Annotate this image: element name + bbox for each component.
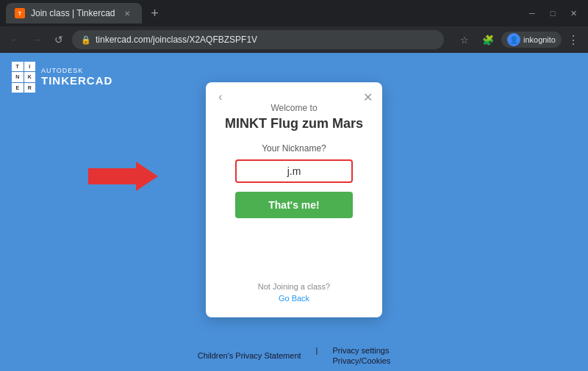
logo-cell-t: T xyxy=(12,62,24,71)
new-tab-button[interactable]: + xyxy=(145,3,165,24)
nickname-label: Your Nickname? xyxy=(262,143,326,154)
active-tab[interactable]: T Join class | Tinkercad ✕ xyxy=(6,3,142,24)
back-button[interactable]: ← xyxy=(6,31,24,48)
logo-text: AUTODESK TINKERCAD xyxy=(41,67,112,88)
bookmark-button[interactable]: ☆ xyxy=(454,29,475,50)
profile-button[interactable]: 👤 inkognito xyxy=(501,32,562,48)
arrow-body xyxy=(88,168,136,184)
close-window-button[interactable]: ✕ xyxy=(564,4,582,22)
logo-cell-n: N xyxy=(12,72,24,82)
class-name: MINKT Flug zum Mars xyxy=(225,116,363,132)
forward-button[interactable]: → xyxy=(28,31,46,48)
refresh-button[interactable]: ↺ xyxy=(50,31,68,48)
tab-close-button[interactable]: ✕ xyxy=(121,7,133,19)
children-privacy-link[interactable]: Children's Privacy Statement xyxy=(198,346,301,365)
profile-label: inkognito xyxy=(523,35,556,44)
logo-cell-k: K xyxy=(24,72,36,82)
go-back-link[interactable]: Go Back xyxy=(279,294,309,303)
restore-button[interactable]: □ xyxy=(544,4,562,22)
red-arrow xyxy=(88,162,158,191)
tinkercad-logo: T I N K E R AUTODESK TINKERCAD xyxy=(12,62,112,93)
minimize-button[interactable]: ─ xyxy=(523,4,541,22)
footer-divider: | xyxy=(316,346,318,365)
logo-cell-e: E xyxy=(12,83,24,93)
window-controls: ─ □ ✕ xyxy=(523,4,582,22)
logo-autodesk: AUTODESK xyxy=(41,67,112,75)
footer: Children's Privacy Statement | Privacy s… xyxy=(0,340,588,371)
not-joining-text: Not Joining a class? xyxy=(258,282,330,291)
tab-favicon: T xyxy=(15,8,25,18)
privacy-cookies-link[interactable]: Privacy/Cookies xyxy=(332,356,390,365)
thats-me-button[interactable]: That's me! xyxy=(235,192,353,218)
address-actions: ☆ 🧩 👤 inkognito ⋮ xyxy=(454,29,582,50)
footer-right: Privacy settings Privacy/Cookies xyxy=(332,346,390,365)
privacy-settings-link[interactable]: Privacy settings xyxy=(332,346,390,355)
nickname-input[interactable] xyxy=(235,159,353,183)
welcome-text: Welcome to xyxy=(270,103,317,113)
logo-cell-i: I xyxy=(24,62,36,71)
lock-icon: 🔒 xyxy=(81,35,91,45)
browser-menu-button[interactable]: ⋮ xyxy=(564,30,582,50)
browser-chrome: T Join class | Tinkercad ✕ + ─ □ ✕ ← → ↺… xyxy=(0,0,588,53)
logo-cell-r: R xyxy=(24,83,36,93)
join-class-dialog: ‹ ✕ Welcome to MINKT Flug zum Mars Your … xyxy=(206,82,382,317)
dialog-back-button[interactable]: ‹ xyxy=(213,90,228,104)
extension-button[interactable]: 🧩 xyxy=(478,29,498,50)
logo-tinkercad: TINKERCAD xyxy=(41,74,112,87)
url-bar[interactable]: 🔒 tinkercad.com/joinclass/X2AQFBZSPF1V xyxy=(72,30,444,49)
tab-title: Join class | Tinkercad xyxy=(31,8,115,18)
main-content: T I N K E R AUTODESK TINKERCAD ‹ ✕ Welco… xyxy=(0,53,588,371)
tab-bar: T Join class | Tinkercad ✕ + ─ □ ✕ xyxy=(0,0,588,26)
arrow-head xyxy=(136,162,158,191)
address-bar: ← → ↺ 🔒 tinkercad.com/joinclass/X2AQFBZS… xyxy=(0,26,588,53)
url-text: tinkercad.com/joinclass/X2AQFBZSPF1V xyxy=(96,35,435,45)
profile-icon: 👤 xyxy=(507,33,520,46)
logo-grid: T I N K E R xyxy=(12,62,35,93)
dialog-close-button[interactable]: ✕ xyxy=(360,90,375,104)
